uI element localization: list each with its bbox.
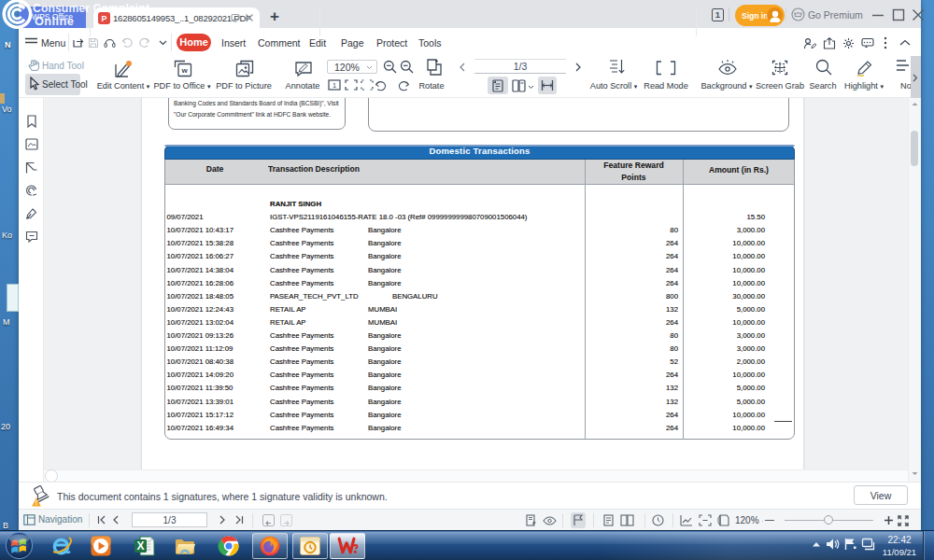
svg-text:w: w: [181, 66, 189, 75]
svg-text:P: P: [102, 13, 107, 22]
svg-text:1: 1: [333, 81, 336, 90]
svg-text:!: !: [35, 499, 37, 506]
svg-text:X: X: [136, 539, 144, 553]
